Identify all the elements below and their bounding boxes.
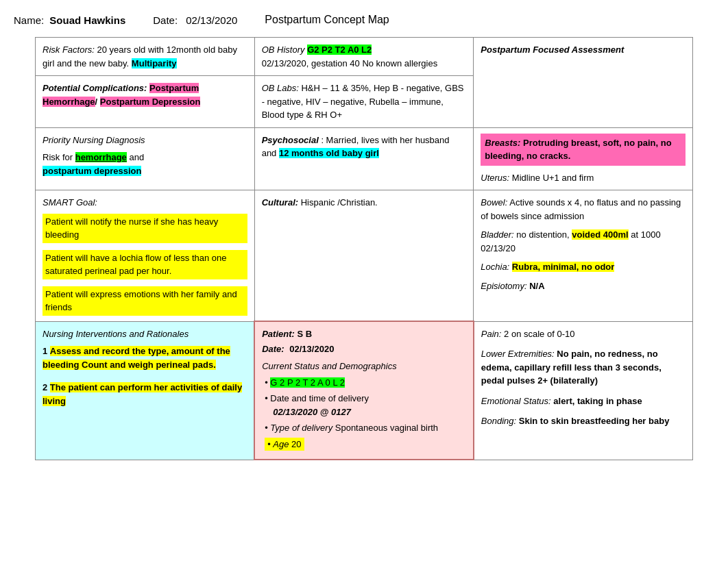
bladder-text1: no distention, xyxy=(516,229,569,240)
psychosocial-highlight: 12 months old baby girl xyxy=(279,148,379,158)
demo-item-4: Age 20 xyxy=(265,438,304,451)
episiotomy-row: Episiotomy: N/A xyxy=(481,279,685,293)
age-label: Age xyxy=(273,439,289,449)
smart-goal-cell: SMART Goal: Patient will notify the nurs… xyxy=(36,190,255,322)
bladder-row: Bladder: no distention, voided 400ml at … xyxy=(481,228,685,255)
bonding-text: Skin to skin breastfeeding her baby xyxy=(519,416,670,426)
breasts-row: Breasts: Protruding breast, soft, no pai… xyxy=(481,134,685,166)
bowel-text: Active sounds x 4, no flatus and no pass… xyxy=(481,197,681,221)
smart-goal-3: Patient will express emotions with her f… xyxy=(43,286,247,316)
pain-row: Pain: 2 on scale of 0-10 xyxy=(481,327,685,341)
patient-label: Patient: xyxy=(262,329,295,339)
page-header: Name: Souad Hawkins Date: 02/13/2020 Pos… xyxy=(14,14,714,26)
bowel-row: Bowel: Active sounds x 4, no flatus and … xyxy=(481,196,685,223)
priority-diag-text1: Risk for xyxy=(43,152,73,162)
smart-goal-2: Patient will have a lochia flow of less … xyxy=(43,250,247,279)
concept-map-table: Risk Factors: 20 years old with 12month … xyxy=(35,37,693,460)
risk-factors-cell: Risk Factors: 20 years old with 12month … xyxy=(36,38,255,76)
patient-info-cell: Patient: S B Date: 02/13/2020 Current St… xyxy=(254,321,474,460)
pain-bonding-cell: Pain: 2 on scale of 0-10 Lower Extremiti… xyxy=(474,321,693,460)
uterus-row: Uterus: Midline U+1 and firm xyxy=(481,171,685,185)
uterus-label: Uterus: xyxy=(481,173,509,183)
nursing-int-item2: 2 The patient can perform her activities… xyxy=(43,381,247,408)
nursing-int-text2: The patient can perform her activities o… xyxy=(43,382,242,406)
bonding-row: Bonding: Skin to skin breastfeeding her … xyxy=(481,414,685,428)
demo-item-3: Type of delivery Spontaneous vaginal bir… xyxy=(265,421,466,435)
demographics-list: G 2 P 2 T 2 A 0 L 2 Date and time of del… xyxy=(262,376,466,454)
priority-diag-highlight2: postpartum depression xyxy=(43,166,141,176)
emotional-label: Emotional Status: xyxy=(481,396,551,406)
demo-item-1: G 2 P 2 T 2 A 0 L 2 xyxy=(265,376,466,390)
patient-date-row: Date: 02/13/2020 xyxy=(262,342,466,356)
priority-diag-cell: Priority Nursing Diagnosis Risk for hemo… xyxy=(36,127,255,190)
uterus-text: Midline U+1 and firm xyxy=(512,173,594,183)
potential-comp-highlight2: Postpartum Depression xyxy=(100,97,201,107)
ob-history-text: 02/13/2020, gestation 40 No known allerg… xyxy=(262,58,438,68)
age-value: 20 xyxy=(291,439,301,449)
demo-delivery-datetime: 02/13/2020 @ 0127 xyxy=(273,407,351,417)
lower-ext-label: Lower Extremities: xyxy=(481,349,555,359)
date-entry-value: 02/13/2020 xyxy=(289,344,334,354)
lower-ext-row: Lower Extremities: No pain, no redness, … xyxy=(481,347,685,388)
focused-assessment-cell: Postpartum Focused Assessment xyxy=(474,38,693,128)
delivery-type-value: Spontaneous vaginal birth xyxy=(335,423,438,433)
smart-goal-label: SMART Goal: xyxy=(43,196,247,210)
pain-text: 2 on scale of 0-10 xyxy=(504,329,574,339)
bowel-bladder-lochia-cell: Bowel: Active sounds x 4, no flatus and … xyxy=(474,190,693,322)
demo-gravida: G 2 P 2 T 2 A 0 L 2 xyxy=(270,377,345,388)
ob-history-highlight: G2 P2 T2 A0 L2 xyxy=(307,45,372,55)
ob-history-label: OB History xyxy=(262,45,305,55)
page-title: Postpartum Concept Map xyxy=(265,14,389,26)
nursing-int-cell: Nursing Interventions and Rationales 1 A… xyxy=(36,321,255,460)
date-entry-label: Date: xyxy=(262,344,284,354)
cultural-text: Hispanic /Christian. xyxy=(301,197,378,208)
risk-factors-multiparity: Multiparity xyxy=(132,58,177,68)
date-label: Date: 02/13/2020 xyxy=(153,14,237,26)
emotional-row: Emotional Status: alert, taking in phase xyxy=(481,395,685,408)
cultural-label: Cultural: xyxy=(262,197,298,208)
nursing-int-num1: 1 xyxy=(43,346,47,356)
cultural-cell: Cultural: Hispanic /Christian. xyxy=(254,190,474,322)
potential-comp-cell: Potential Complications: Postpartum Hemo… xyxy=(36,76,255,128)
nursing-int-num2: 2 xyxy=(43,382,47,392)
patient-name-row: Patient: S B xyxy=(262,327,466,341)
episiotomy-label: Episiotomy: xyxy=(481,281,526,291)
patient-value: S B xyxy=(297,329,312,339)
priority-diag-label: Priority Nursing Diagnosis xyxy=(43,134,247,147)
lochia-highlight: Rubra, minimal, no odor xyxy=(512,262,615,272)
breasts-label: Breasts: xyxy=(485,138,520,148)
breasts-uterus-cell: Breasts: Protruding breast, soft, no pai… xyxy=(474,127,693,190)
psychosocial-cell: Psychosocial : Married, lives with her h… xyxy=(254,127,474,190)
nursing-int-label: Nursing Interventions and Rationales xyxy=(43,327,247,341)
risk-factors-label: Risk Factors: xyxy=(43,45,95,55)
ob-history-cell: OB History G2 P2 T2 A0 L2 02/13/2020, ge… xyxy=(254,38,474,76)
priority-diag-highlight1: hemorrhage xyxy=(75,152,127,162)
ob-labs-label: OB Labs: xyxy=(262,83,299,93)
potential-comp-label: Potential Complications: xyxy=(43,83,147,93)
lochia-row: Lochia: Rubra, minimal, no odor xyxy=(481,260,685,274)
delivery-type-label: Type of delivery xyxy=(270,423,332,433)
current-status-label: Current Status and Demographics xyxy=(262,360,466,373)
nursing-int-text1: Assess and record the type, amount of th… xyxy=(43,346,230,370)
bowel-label: Bowel: xyxy=(481,197,507,208)
ob-labs-cell: OB Labs: H&H – 11 & 35%, Hep B - negativ… xyxy=(254,76,474,128)
emotional-text: alert, taking in phase xyxy=(553,396,642,406)
nursing-int-item1: 1 Assess and record the type, amount of … xyxy=(43,345,247,371)
bladder-label: Bladder: xyxy=(481,229,513,240)
psychosocial-label: Psychosocial xyxy=(262,135,319,145)
focused-assessment-title: Postpartum Focused Assessment xyxy=(481,45,624,55)
bonding-label: Bonding: xyxy=(481,416,516,426)
name-label: Name: Souad Hawkins xyxy=(14,14,125,26)
priority-diag-text2: and xyxy=(129,152,144,162)
lochia-label: Lochia: xyxy=(481,262,509,272)
episiotomy-text: N/A xyxy=(529,281,544,291)
bladder-highlight: voided 400ml xyxy=(572,229,628,240)
demo-item-2: Date and time of delivery 02/13/2020 @ 0… xyxy=(265,392,466,418)
pain-label: Pain: xyxy=(481,329,502,339)
smart-goal-1: Patient will notify the nurse if she has… xyxy=(43,214,247,243)
